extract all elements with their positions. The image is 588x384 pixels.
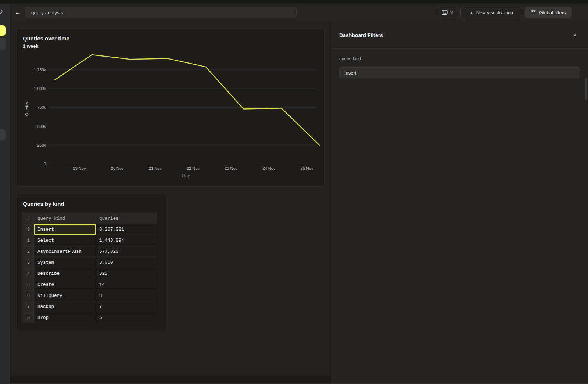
- sidebar-item[interactable]: [0, 38, 6, 50]
- table-title: Queries by kind: [23, 200, 166, 207]
- chart-x-tick-label: 22 Nov: [187, 166, 200, 171]
- queries-over-time-chart: 0250k500k750k1 000k1 250k19 Nov20 Nov21 …: [17, 29, 325, 187]
- chart-y-tick-label: 1 250k: [34, 68, 46, 72]
- queries-cell[interactable]: 577,820: [96, 246, 157, 257]
- dashboard-filters-panel: Dashboard Filters ✕ query_kind: [331, 21, 588, 384]
- row-index-cell: 7: [23, 301, 34, 312]
- queries-cell[interactable]: 1,443,894: [96, 235, 157, 246]
- table-card-queries-by-kind: Queries by kind #query_kindqueries0Inser…: [17, 194, 166, 330]
- chart-y-tick-label: 500k: [37, 124, 46, 129]
- window-top-strip: [0, 0, 588, 4]
- toolbar: ← 2 + New visualization G: [10, 4, 588, 21]
- chart-subtitle: 1 week: [23, 43, 324, 49]
- row-index-cell: 1: [23, 235, 34, 246]
- row-index-cell: 2: [23, 246, 34, 257]
- chart-xlabel: Day: [182, 173, 190, 178]
- filters-panel-header: Dashboard Filters ✕: [339, 32, 578, 39]
- chart-y-tick-label: 750k: [37, 105, 46, 110]
- chart-x-tick-label: 23 Nov: [225, 166, 237, 171]
- chart-y-tick-label: 0: [44, 162, 46, 166]
- app-window: ↻ ← 2 + New visualization: [0, 0, 588, 384]
- table-row: 5Create14: [23, 279, 157, 290]
- chart-y-tick-label: 1 000k: [34, 86, 46, 91]
- chart-card-queries-over-time: Queries over time 1 week 0250k500k750k1 …: [17, 29, 325, 187]
- new-visualization-label: New visualization: [476, 10, 513, 15]
- table-header-index: #: [23, 213, 34, 224]
- chart-x-tick-label: 19 Nov: [73, 166, 86, 171]
- new-visualization-button[interactable]: + New visualization: [460, 7, 522, 18]
- queries-cell[interactable]: 3,060: [96, 257, 157, 268]
- dashboard-title-input[interactable]: [25, 7, 297, 18]
- table-row: 1Select1,443,894: [23, 235, 157, 246]
- close-button[interactable]: ✕: [571, 32, 578, 39]
- table-row: 0Insert8,307,021: [23, 224, 157, 235]
- queries-cell[interactable]: 5: [96, 312, 157, 323]
- query_kind-cell[interactable]: Create: [34, 279, 96, 290]
- chart-x-tick-label: 21 Nov: [149, 166, 162, 171]
- row-index-cell: 3: [23, 257, 34, 268]
- tab-count: 2: [450, 10, 453, 15]
- back-button[interactable]: ←: [13, 8, 22, 17]
- sidebar-item[interactable]: [0, 129, 6, 140]
- arrow-left-icon: ←: [15, 9, 21, 16]
- queries-cell[interactable]: 7: [96, 301, 157, 312]
- window-bottom-edge: [10, 383, 588, 384]
- dashboard-canvas: Queries over time 1 week 0250k500k750k1 …: [10, 21, 331, 384]
- chart-ylabel: Queries: [25, 101, 29, 116]
- row-index-cell: 6: [23, 290, 34, 301]
- query-tabs-button[interactable]: 2: [437, 7, 458, 18]
- terminal-icon: [442, 10, 448, 15]
- sidebar: ↻: [0, 4, 10, 384]
- table-header-queries: queries: [96, 213, 157, 224]
- chart-x-tick-label: 25 Nov: [301, 166, 313, 171]
- row-index-cell: 8: [23, 312, 34, 323]
- row-index-cell: 4: [23, 268, 34, 279]
- query_kind-cell[interactable]: Drop: [34, 312, 96, 323]
- filter-field-label: query_kind: [339, 56, 361, 61]
- query_kind-cell[interactable]: Backup: [34, 301, 96, 312]
- table-row: 2AsyncInsertFlush577,820: [23, 246, 157, 257]
- panel-scrollbar-thumb[interactable]: [585, 78, 587, 100]
- queries-by-kind-table: #query_kindqueries0Insert8,307,0211Selec…: [23, 213, 157, 323]
- row-index-cell: 5: [23, 279, 34, 290]
- queries-cell[interactable]: 14: [96, 279, 157, 290]
- history-icon[interactable]: ↻: [0, 8, 3, 16]
- chart-x-tick-label: 20 Nov: [111, 166, 124, 171]
- query_kind-cell[interactable]: Describe: [34, 268, 96, 279]
- queries-line-series[interactable]: [54, 55, 319, 145]
- table-row: 4Describe323: [23, 268, 157, 279]
- panel-divider: [331, 48, 588, 49]
- close-icon: ✕: [573, 33, 577, 38]
- queries-cell[interactable]: 8,307,021: [96, 224, 157, 235]
- global-filters-button[interactable]: Global filters: [525, 7, 572, 18]
- global-filters-label: Global filters: [539, 10, 566, 15]
- query-kind-filter-input[interactable]: [339, 67, 580, 78]
- table-row: 3System3,060: [23, 257, 157, 268]
- query_kind-cell[interactable]: Insert: [34, 224, 96, 235]
- table-header-row: #query_kindqueries: [23, 213, 157, 224]
- queries-cell[interactable]: 323: [96, 268, 157, 279]
- query_kind-cell[interactable]: KillQuery: [34, 290, 96, 301]
- queries-cell[interactable]: 8: [96, 290, 157, 301]
- query_kind-cell[interactable]: AsyncInsertFlush: [34, 246, 96, 257]
- query_kind-cell[interactable]: System: [34, 257, 96, 268]
- chart-title: Queries over time: [23, 35, 324, 42]
- query_kind-cell[interactable]: Select: [34, 235, 96, 246]
- table-row: 6KillQuery8: [23, 290, 157, 301]
- filters-panel-title: Dashboard Filters: [339, 32, 383, 38]
- row-index-cell: 0: [23, 224, 34, 235]
- table-row: 7Backup7: [23, 301, 157, 312]
- table-row: 8Drop5: [23, 312, 157, 323]
- plus-icon: +: [470, 10, 473, 16]
- sidebar-item-active[interactable]: [0, 25, 6, 36]
- chart-y-tick-label: 250k: [37, 143, 46, 147]
- funnel-icon: [531, 10, 536, 15]
- table-header-query_kind: query_kind: [34, 213, 96, 224]
- chart-x-tick-label: 24 Nov: [262, 166, 275, 171]
